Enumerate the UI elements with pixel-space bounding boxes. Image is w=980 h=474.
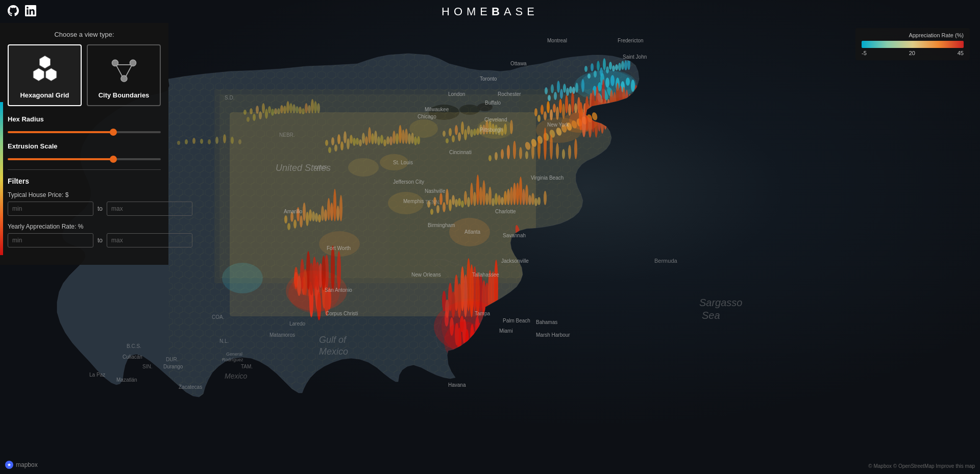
svg-point-202: [247, 117, 250, 122]
house-price-min-input[interactable]: [8, 202, 93, 216]
svg-point-88: [571, 91, 574, 113]
house-price-filter: Typical House Price: $ to: [8, 191, 161, 216]
svg-point-195: [280, 105, 283, 113]
svg-point-99: [568, 104, 571, 116]
svg-point-324: [455, 125, 458, 135]
svg-line-352: [126, 65, 131, 76]
svg-point-171: [405, 129, 408, 144]
sargasso-sea-label: Sargasso: [699, 297, 743, 308]
svg-point-133: [507, 189, 510, 205]
svg-point-316: [581, 79, 584, 92]
palmbeach-label: Palm Beach: [503, 318, 530, 323]
svg-point-163: [356, 138, 359, 145]
svg-point-134: [513, 183, 516, 205]
svg-point-114: [544, 128, 547, 160]
svg-point-187: [408, 133, 411, 144]
svg-point-289: [309, 263, 313, 295]
svg-point-332: [504, 123, 507, 135]
svg-point-226: [612, 65, 615, 71]
bcs-label: B.C.S.: [127, 343, 141, 349]
svg-point-278: [336, 206, 339, 221]
chicago-label: Chicago: [418, 114, 436, 119]
savannah-label: Savannah: [503, 233, 526, 238]
svg-point-334: [446, 138, 449, 143]
svg-point-255: [208, 139, 211, 144]
svg-point-140: [430, 209, 433, 215]
virginiabeach-label: Virginia Beach: [531, 175, 564, 181]
svg-point-338: [470, 129, 473, 137]
havana-label: Havana: [448, 382, 466, 388]
svg-point-218: [609, 62, 612, 70]
kans-label: KANS.: [313, 165, 329, 170]
house-price-max-input[interactable]: [107, 202, 192, 216]
svg-point-170: [399, 125, 402, 143]
stlouis-label: St. Louis: [393, 160, 413, 165]
appreciation-rate-min-input[interactable]: [8, 233, 93, 247]
view-option-city-boundaries[interactable]: City Boundaries: [87, 44, 161, 106]
appreciation-rate-filter: Yearly Appreciation Rate: % to: [8, 223, 161, 247]
svg-point-197: [292, 104, 296, 113]
svg-point-319: [560, 89, 563, 99]
svg-point-321: [572, 87, 575, 94]
svg-point-194: [274, 108, 277, 114]
svg-point-272: [300, 215, 303, 228]
svg-point-271: [293, 219, 297, 229]
legend-title: Appreciation Rate (%): [862, 32, 964, 38]
gulf-mexico-label2: Mexico: [319, 346, 348, 357]
svg-point-160: [337, 134, 340, 144]
svg-point-263: [303, 203, 306, 221]
svg-point-155: [522, 189, 525, 205]
svg-point-254: [200, 139, 203, 144]
svg-point-312: [557, 81, 560, 93]
svg-point-179: [359, 139, 362, 146]
svg-point-82: [534, 108, 537, 116]
svg-point-256: [215, 137, 218, 144]
durango-label: Durango: [163, 364, 183, 369]
sanantonio-label: San Antonio: [325, 287, 352, 293]
extrusion-scale-section: Extrusion Scale: [8, 142, 161, 162]
svg-point-222: [587, 73, 591, 79]
svg-point-87: [565, 95, 568, 113]
svg-point-211: [302, 108, 305, 114]
svg-point-148: [479, 187, 482, 205]
svg-point-183: [383, 139, 386, 146]
jeffersoncity-label: Jefferson City: [393, 179, 424, 185]
hex-radius-slider[interactable]: [8, 131, 161, 133]
svg-point-127: [470, 183, 473, 205]
mazatlan-label: Mazatlán: [116, 377, 137, 383]
linkedin-icon[interactable]: [25, 5, 36, 19]
mapbox-label: mapbox: [16, 461, 38, 468]
corpuschristi-label: Corpus Christi: [326, 311, 358, 316]
github-icon[interactable]: [8, 5, 19, 19]
svg-point-270: [287, 223, 290, 230]
mexico-label: Mexico: [225, 372, 248, 380]
view-option-hexagonal-grid[interactable]: Hexagonal Grid: [8, 44, 82, 106]
tampa-label: Tampa: [475, 311, 490, 316]
svg-point-105: [488, 155, 492, 161]
svg-point-259: [238, 139, 241, 144]
filters-section: Filters Typical House Price: $ to Yearly…: [8, 169, 161, 247]
appreciation-rate-max-input[interactable]: [107, 233, 192, 247]
svg-point-129: [482, 180, 485, 206]
buffalo-label: Buffalo: [485, 100, 501, 106]
attribution: © Mapbox © OpenStreetMap Improve this ma…: [868, 463, 975, 469]
mapbox-logo: [5, 461, 13, 469]
color-strip: [0, 102, 3, 255]
sin-label: SIN.: [142, 364, 152, 369]
svg-point-268: [333, 189, 336, 221]
svg-point-166: [374, 131, 377, 144]
appreciation-rate-inputs: to: [8, 233, 161, 247]
svg-point-266: [321, 206, 324, 221]
svg-point-119: [574, 139, 577, 159]
svg-point-142: [443, 202, 446, 212]
svg-point-123: [446, 189, 449, 205]
title-suffix: ASE: [504, 5, 538, 18]
svg-point-145: [461, 201, 464, 208]
svg-point-252: [185, 139, 188, 144]
svg-point-149: [485, 193, 488, 205]
city-boundaries-icon: [92, 52, 156, 87]
svg-point-152: [504, 191, 507, 205]
svg-point-96: [550, 109, 553, 120]
extrusion-scale-slider[interactable]: [8, 158, 161, 160]
svg-point-185: [396, 133, 399, 144]
